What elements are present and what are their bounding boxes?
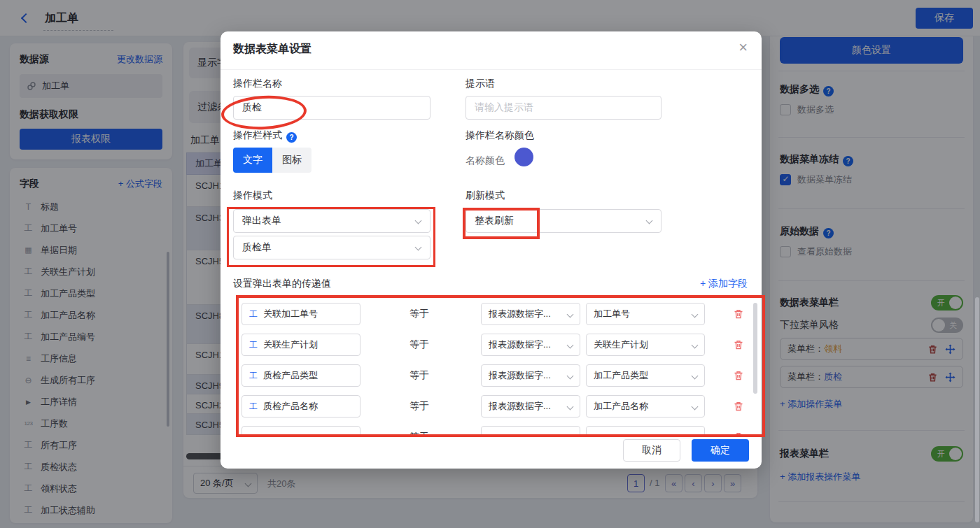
transfer-target-select[interactable]: 关联生产计划	[586, 334, 705, 356]
equals-label: 等于	[410, 369, 430, 382]
chevron-down-icon	[692, 342, 699, 349]
transfer-row: 工 关联加工单号 等于 报表源数据字... 加工单号	[241, 303, 749, 325]
transfer-source-select[interactable]: 报表源数据字...	[481, 364, 580, 387]
transfer-source-select[interactable]: 报表源数据字...	[481, 334, 580, 356]
transfer-source-value: 报表源数据字...	[489, 400, 551, 413]
transfer-source-select[interactable]: 报表源数据字...	[481, 395, 580, 418]
text-field-icon: 工	[249, 370, 258, 382]
tip-input[interactable]: 请输入提示语	[465, 96, 662, 120]
page-scrollbar[interactable]	[975, 297, 979, 522]
transfer-field-name: 质检产品类型	[263, 369, 318, 382]
op-form-select[interactable]: 质检单	[233, 236, 430, 259]
transfer-source-value: 报表源数据字...	[489, 338, 551, 351]
transfer-source-value: 报表源数据字...	[489, 308, 551, 320]
tip-label: 提示语	[465, 78, 495, 90]
equals-label: 等于	[410, 431, 430, 437]
menu-settings-dialog: 数据表菜单设置 × 操作栏名称 提示语 质检 请输入提示语 操作栏样式? 操作栏…	[220, 31, 762, 469]
transfer-target-select[interactable]: 加工产品名称	[586, 395, 705, 418]
transfer-row: 工 质检产品名称 等于 报表源数据字... 加工产品名称	[241, 395, 749, 418]
equals-label: 等于	[410, 400, 430, 413]
transfer-field-chip[interactable]: 工 质检产品类型	[241, 364, 360, 387]
transfer-source-value: 报表源数据字...	[489, 369, 551, 382]
transfer-field-chip[interactable]	[241, 426, 360, 437]
transfer-field-chip[interactable]: 工 关联加工单号	[241, 303, 360, 325]
transfer-field-name: 关联加工单号	[263, 308, 318, 320]
chevron-down-icon	[415, 217, 422, 224]
transfer-values-list: 等于 工 关联加工单号 等于 报表源数据字... 加工单号	[233, 296, 749, 437]
trash-icon[interactable]	[733, 401, 744, 412]
transfer-field-name: 关联生产计划	[263, 338, 318, 351]
transfer-target-value: 加工产品名称	[594, 400, 648, 413]
action-name-label: 操作栏名称	[233, 78, 282, 90]
refresh-mode-select[interactable]: 整表刷新	[465, 209, 662, 233]
add-field-link[interactable]: + 添加字段	[700, 278, 748, 290]
transfer-field-chip[interactable]: 工 关联生产计划	[241, 334, 360, 356]
chevron-down-icon	[567, 404, 574, 411]
transfer-target-select[interactable]: 加工单号	[586, 303, 705, 325]
transfer-row: 工 质检产品类型 等于 报表源数据字... 加工产品类型	[241, 364, 749, 387]
transfer-source-select[interactable]: 报表源数据字...	[481, 303, 580, 325]
tab-icon-style[interactable]: 图标	[272, 148, 312, 173]
cancel-button[interactable]: 取消	[623, 439, 680, 462]
chevron-down-icon	[646, 217, 653, 224]
text-field-icon: 工	[249, 308, 258, 320]
transfer-values-label: 设置弹出表单的传递值	[233, 278, 331, 290]
chevron-down-icon	[692, 404, 699, 411]
dialog-title: 数据表菜单设置	[233, 42, 312, 57]
equals-label: 等于	[410, 308, 430, 320]
refresh-mode-label: 刷新模式	[465, 190, 505, 202]
chevron-down-icon	[415, 244, 422, 251]
transfer-target-value: 加工单号	[594, 308, 630, 320]
op-mode-label: 操作模式	[233, 190, 272, 202]
tip-placeholder: 请输入提示语	[475, 101, 533, 114]
chevron-down-icon	[567, 373, 574, 380]
equals-label: 等于	[410, 338, 430, 351]
chevron-down-icon	[692, 373, 699, 380]
trash-icon[interactable]	[733, 370, 744, 381]
transfer-source-select[interactable]	[481, 426, 580, 437]
action-name-input[interactable]: 质检	[233, 96, 430, 120]
chevron-down-icon	[692, 311, 699, 318]
confirm-button[interactable]: 确定	[692, 439, 749, 462]
transfer-target-value: 加工产品类型	[594, 369, 648, 382]
name-color-section-label: 操作栏名称颜色	[465, 129, 534, 142]
op-mode-select[interactable]: 弹出表单	[233, 209, 430, 233]
trash-icon[interactable]	[733, 431, 744, 437]
text-field-icon: 工	[249, 401, 258, 413]
transfer-field-name: 质检产品名称	[263, 400, 318, 413]
style-label: 操作栏样式?	[233, 129, 297, 143]
transfer-target-select[interactable]: 加工产品类型	[586, 364, 705, 387]
text-field-icon: 工	[249, 339, 258, 351]
transfer-target-value: 关联生产计划	[594, 338, 648, 351]
name-color-label: 名称颜色	[465, 155, 505, 167]
close-icon[interactable]: ×	[738, 38, 748, 57]
transfer-target-select[interactable]	[586, 426, 705, 437]
help-icon[interactable]: ?	[286, 132, 297, 143]
refresh-mode-value: 整表刷新	[475, 215, 514, 227]
op-mode-value: 弹出表单	[242, 215, 281, 227]
op-form-value: 质检单	[242, 241, 272, 254]
chevron-down-icon	[567, 311, 574, 318]
chevron-down-icon	[567, 342, 574, 349]
transfer-list-scrollbar[interactable]	[753, 303, 757, 394]
style-tab-group: 文字 图标	[233, 148, 312, 173]
transfer-field-chip[interactable]: 工 质检产品名称	[241, 395, 360, 418]
tab-text-style[interactable]: 文字	[233, 148, 272, 173]
transfer-row: 工 关联生产计划 等于 报表源数据字... 关联生产计划	[241, 334, 749, 356]
action-name-value: 质检	[242, 101, 262, 114]
transfer-row-partial: 等于	[241, 426, 749, 437]
trash-icon[interactable]	[733, 308, 744, 320]
app-root: 加工单 保存 数据源 更改数据源 加工单 数据获取权限 报表权限 字段 + 公式…	[0, 0, 980, 528]
trash-icon[interactable]	[733, 339, 744, 350]
divider	[220, 69, 762, 70]
name-color-swatch[interactable]	[514, 148, 533, 166]
